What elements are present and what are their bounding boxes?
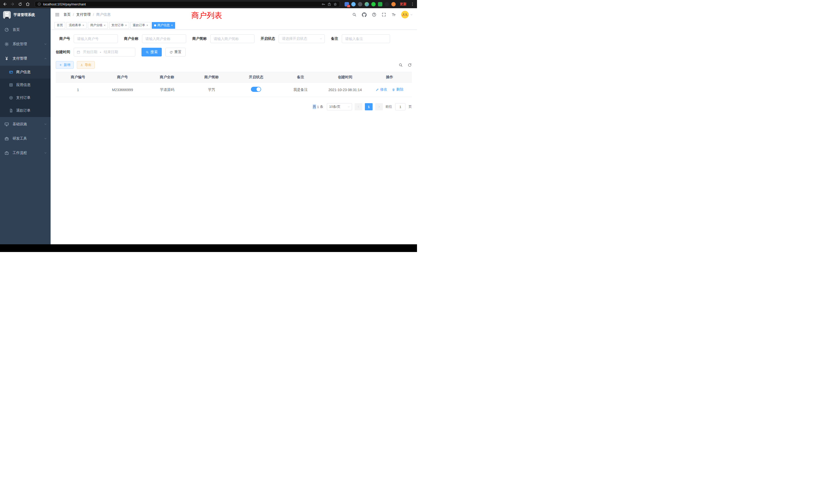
- tab-home[interactable]: 首页: [54, 22, 65, 29]
- help-icon[interactable]: [372, 12, 376, 17]
- filter-label: 开启状态: [261, 37, 275, 41]
- close-icon[interactable]: ×: [146, 24, 148, 27]
- key-icon[interactable]: [322, 2, 325, 6]
- bookmark-star-icon[interactable]: [333, 2, 337, 6]
- reset-button-label: 重置: [174, 50, 181, 54]
- sidebar-item-devtools[interactable]: 研发工具: [0, 131, 50, 146]
- browser-menu-icon[interactable]: ⋮: [411, 2, 414, 6]
- col-header: 商户编号: [56, 72, 100, 83]
- cell-merchant-id: 1: [56, 83, 100, 97]
- sidebar-item-system[interactable]: 系统管理: [0, 37, 50, 51]
- sidebar-item-label: 工作流程: [13, 151, 27, 155]
- remark-input[interactable]: [342, 35, 390, 43]
- merchant-no-input[interactable]: [74, 35, 118, 43]
- sidebar-item-pay-order[interactable]: 支付订单: [0, 91, 50, 104]
- sidebar-item-home[interactable]: 首页: [0, 23, 50, 37]
- sidebar-item-label: 基础设施: [13, 122, 27, 127]
- edit-link[interactable]: 修改: [376, 87, 387, 92]
- extension-icon[interactable]: [378, 2, 382, 6]
- col-header: 创建时间: [323, 72, 367, 83]
- goto-page-input[interactable]: [395, 103, 405, 110]
- user-menu[interactable]: [401, 11, 413, 19]
- reset-button[interactable]: 重置: [166, 48, 185, 56]
- url-text[interactable]: localhost:1024/pay/merchant: [43, 2, 320, 6]
- sidebar-item-infrastructure[interactable]: 基础设施: [0, 117, 50, 131]
- reload-icon[interactable]: [18, 2, 22, 6]
- sidebar-toggle-icon[interactable]: [55, 12, 60, 17]
- status-select[interactable]: 请选择开启状态: [279, 35, 325, 43]
- site-info-icon[interactable]: [38, 2, 41, 6]
- extension-icon[interactable]: [385, 2, 389, 6]
- filter-merchant-no: 商户号: [56, 35, 118, 43]
- sidebar-item-merchant-info[interactable]: 商户信息: [0, 66, 50, 78]
- breadcrumb-item[interactable]: 首页: [63, 12, 71, 17]
- close-icon[interactable]: ×: [125, 24, 127, 27]
- date-range-picker[interactable]: 开始日期 - 结束日期: [74, 48, 135, 56]
- status-toggle[interactable]: [251, 87, 261, 92]
- briefcase-icon: [4, 151, 9, 155]
- close-icon[interactable]: ×: [104, 24, 106, 27]
- merchant-fullname-input[interactable]: [142, 35, 186, 43]
- total-count: 1: [317, 105, 319, 109]
- search-button[interactable]: 搜索: [141, 48, 162, 56]
- current-page-button[interactable]: 1: [365, 103, 373, 110]
- chevron-down-icon: [347, 106, 350, 108]
- search-icon[interactable]: [352, 12, 357, 17]
- show-search-icon[interactable]: [398, 63, 403, 67]
- date-start-placeholder: 开始日期: [83, 50, 97, 54]
- close-icon[interactable]: ×: [171, 24, 173, 27]
- header-actions: [352, 11, 413, 19]
- export-button[interactable]: 导出: [77, 61, 95, 69]
- breadcrumb-separator: /: [93, 13, 94, 17]
- refresh-icon[interactable]: [408, 63, 412, 67]
- filter-label: 商户简称: [192, 37, 207, 41]
- next-page-button[interactable]: [375, 103, 383, 110]
- chevron-down-icon: [44, 152, 47, 155]
- sidebar-item-refund-order[interactable]: 退款订单: [0, 104, 50, 117]
- bottom-bar: [0, 244, 417, 252]
- tab-process-form[interactable]: 流程表单 ×: [66, 22, 87, 29]
- share-icon[interactable]: [327, 2, 331, 6]
- page-size-select[interactable]: 10条/页: [327, 103, 352, 110]
- chrome-update-button[interactable]: 更新: [400, 2, 407, 6]
- cell-fullname: 芋道源码: [145, 83, 189, 97]
- sidebar-item-payment[interactable]: 支付管理: [0, 51, 50, 66]
- close-icon[interactable]: ×: [83, 24, 84, 27]
- coin-icon: [9, 96, 13, 100]
- font-size-icon[interactable]: [391, 12, 396, 17]
- merchant-shortname-input[interactable]: [210, 35, 255, 43]
- extension-icon[interactable]: [358, 2, 362, 6]
- table-header-row: 商户编号 商户号 商户全称 商户简称 开启状态 备注 创建时间 操作: [56, 72, 412, 83]
- fullscreen-icon[interactable]: [381, 12, 386, 17]
- tab-refund-order[interactable]: 退款订单 ×: [130, 22, 151, 29]
- home-icon[interactable]: [25, 2, 30, 6]
- tab-label: 商户信息: [157, 23, 170, 27]
- breadcrumb-separator: /: [73, 13, 74, 17]
- filter-create-time: 创建时间 开始日期 - 结束日期: [56, 48, 135, 56]
- sidebar-item-app-info[interactable]: 应用信息: [0, 78, 50, 91]
- tab-pay-order[interactable]: 支付订单 ×: [109, 22, 129, 29]
- tab-merchant-info[interactable]: 商户信息 ×: [152, 22, 175, 29]
- sidebar-item-workflow[interactable]: 工作流程: [0, 146, 50, 160]
- profile-avatar-icon[interactable]: [391, 2, 396, 6]
- col-header: 商户全称: [145, 72, 189, 83]
- extension-icon[interactable]: 10: [345, 2, 349, 6]
- breadcrumb-item[interactable]: 支付管理: [76, 12, 91, 17]
- chevron-down-icon: [44, 43, 47, 46]
- prev-page-button[interactable]: [355, 103, 362, 110]
- add-button[interactable]: 新增: [56, 61, 74, 69]
- toolbar-right-icons: [398, 63, 412, 67]
- tag-view-bar: 首页 流程表单 × 用户分组 × 支付订单 × 退款订单 × 商户信息 ×: [50, 21, 417, 30]
- cell-merchant-no: M233666999: [100, 83, 145, 97]
- gear-icon: [4, 42, 9, 46]
- extension-icon[interactable]: [371, 2, 376, 6]
- sidebar-logo[interactable]: 芋道管理系统: [0, 8, 50, 22]
- delete-link[interactable]: 删除: [392, 87, 403, 92]
- url-bar[interactable]: localhost:1024/pay/merchant: [35, 1, 340, 7]
- extension-icon[interactable]: [365, 2, 369, 6]
- extension-icon[interactable]: [351, 2, 356, 6]
- forward-icon[interactable]: [10, 2, 15, 6]
- back-icon[interactable]: [3, 2, 7, 6]
- github-icon[interactable]: [362, 12, 367, 17]
- tab-user-group[interactable]: 用户分组 ×: [88, 22, 108, 29]
